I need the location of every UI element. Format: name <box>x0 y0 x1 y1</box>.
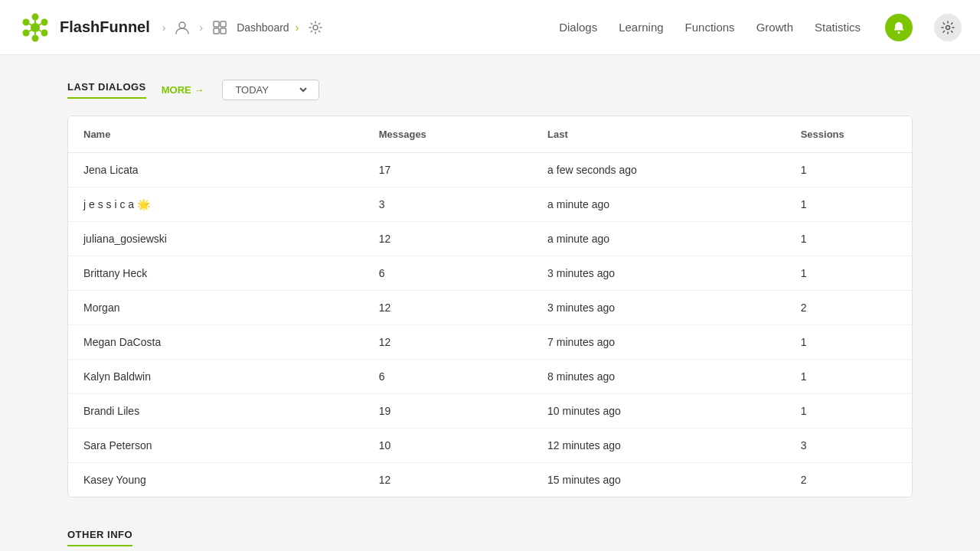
settings-icon <box>941 21 955 34</box>
table-row[interactable]: Kalyn Baldwin68 minutes ago1 <box>68 360 912 394</box>
cell-sessions: 2 <box>786 463 912 497</box>
breadcrumb-arrow-icon: › <box>296 21 299 34</box>
cell-sessions: 3 <box>786 429 912 463</box>
cell-messages: 12 <box>364 222 532 256</box>
breadcrumb-dashboard-label: Dashboard <box>237 21 289 34</box>
breadcrumb-gear-icon <box>305 17 326 38</box>
section-header: LAST DIALOGS MORE → TODAY YESTERDAY THIS… <box>67 80 913 100</box>
table-row[interactable]: juliana_gosiewski12a minute ago1 <box>68 222 912 256</box>
table-header-row: Name Messages Last Sessions <box>68 116 912 153</box>
cell-last: 3 minutes ago <box>532 256 786 291</box>
table-row[interactable]: Sara Peterson1012 minutes ago3 <box>68 429 912 463</box>
notification-icon <box>892 21 906 34</box>
cell-name: Brittany Heck <box>68 256 364 291</box>
svg-point-18 <box>313 25 318 30</box>
cell-sessions: 1 <box>786 256 912 291</box>
cell-name: Kasey Young <box>68 463 364 497</box>
svg-point-0 <box>31 23 40 32</box>
cell-name: Megan DaCosta <box>68 325 364 360</box>
svg-point-1 <box>32 13 39 20</box>
settings-button[interactable] <box>934 14 962 41</box>
other-info-title: OTHER INFO <box>67 529 132 546</box>
cell-last: 15 minutes ago <box>532 463 786 497</box>
svg-point-13 <box>179 22 185 28</box>
svg-point-19 <box>898 31 900 34</box>
cell-name: Jena Licata <box>68 153 364 187</box>
cell-last: 10 minutes ago <box>532 394 786 429</box>
nav-statistics[interactable]: Statistics <box>815 21 861 34</box>
breadcrumb-chevron2-icon: › <box>199 21 203 34</box>
nav-growth[interactable]: Growth <box>756 21 793 34</box>
person-icon <box>172 17 193 38</box>
cell-messages: 19 <box>364 394 532 429</box>
svg-point-6 <box>23 18 30 25</box>
table-row[interactable]: Morgan123 minutes ago2 <box>68 291 912 325</box>
svg-rect-14 <box>214 21 219 27</box>
cell-last: 8 minutes ago <box>532 360 786 394</box>
svg-rect-17 <box>220 28 226 34</box>
cell-messages: 17 <box>364 153 532 187</box>
svg-rect-16 <box>214 28 219 34</box>
svg-rect-15 <box>220 21 226 27</box>
logo-link[interactable]: FlashFunnel <box>18 11 150 44</box>
dialogs-table-container: Name Messages Last Sessions Jena Licata1… <box>67 116 913 497</box>
cell-name: juliana_gosiewski <box>68 222 364 256</box>
table-body: Jena Licata17a few seconds ago1j e s s i… <box>68 153 912 497</box>
nav-dialogs[interactable]: Dialogs <box>559 21 597 34</box>
cell-name: Sara Peterson <box>68 429 364 463</box>
svg-point-5 <box>23 29 30 36</box>
cell-messages: 3 <box>364 187 532 222</box>
cell-sessions: 1 <box>786 187 912 222</box>
svg-line-11 <box>29 30 32 31</box>
nav-functions[interactable]: Functions <box>685 21 735 34</box>
table-row[interactable]: Megan DaCosta127 minutes ago1 <box>68 325 912 360</box>
svg-line-9 <box>39 30 42 31</box>
today-filter[interactable]: TODAY YESTERDAY THIS WEEK THIS MONTH <box>222 80 319 100</box>
cell-name: Kalyn Baldwin <box>68 360 364 394</box>
svg-point-20 <box>946 25 950 29</box>
cell-messages: 6 <box>364 256 532 291</box>
cell-sessions: 1 <box>786 360 912 394</box>
logo-text: FlashFunnel <box>60 18 150 36</box>
cell-messages: 12 <box>364 291 532 325</box>
cell-sessions: 1 <box>786 153 912 187</box>
other-info-section: OTHER INFO <box>67 528 913 546</box>
breadcrumb: › › Dashboard › <box>162 17 327 38</box>
svg-line-12 <box>29 24 32 25</box>
cell-last: 3 minutes ago <box>532 291 786 325</box>
svg-line-8 <box>39 24 42 25</box>
cell-name: Morgan <box>68 291 364 325</box>
header: FlashFunnel › › Dashboard › Dialogs Lear… <box>0 0 980 55</box>
cell-messages: 6 <box>364 360 532 394</box>
grid-icon <box>209 17 230 38</box>
cell-last: a minute ago <box>532 187 786 222</box>
dialogs-table: Name Messages Last Sessions Jena Licata1… <box>68 116 912 497</box>
more-link[interactable]: MORE → <box>162 84 204 96</box>
cell-messages: 12 <box>364 325 532 360</box>
col-header-last: Last <box>532 116 786 153</box>
nav-learning[interactable]: Learning <box>619 21 663 34</box>
table-row[interactable]: Jena Licata17a few seconds ago1 <box>68 153 912 187</box>
cell-last: 12 minutes ago <box>532 429 786 463</box>
svg-point-2 <box>41 18 48 25</box>
filter-select[interactable]: TODAY YESTERDAY THIS WEEK THIS MONTH <box>232 83 309 96</box>
table-row[interactable]: j e s s i c a 🌟3a minute ago1 <box>68 187 912 222</box>
table-row[interactable]: Brittany Heck63 minutes ago1 <box>68 256 912 291</box>
section-title: LAST DIALOGS <box>67 81 146 99</box>
col-header-messages: Messages <box>364 116 532 153</box>
table-row[interactable]: Kasey Young1215 minutes ago2 <box>68 463 912 497</box>
cell-messages: 10 <box>364 429 532 463</box>
cell-sessions: 1 <box>786 394 912 429</box>
col-header-name: Name <box>68 116 364 153</box>
cell-last: a few seconds ago <box>532 153 786 187</box>
cell-sessions: 1 <box>786 222 912 256</box>
svg-point-4 <box>32 34 39 41</box>
table-row[interactable]: Brandi Liles1910 minutes ago1 <box>68 394 912 429</box>
page-content: LAST DIALOGS MORE → TODAY YESTERDAY THIS… <box>31 55 949 551</box>
cell-name: Brandi Liles <box>68 394 364 429</box>
logo-icon <box>18 11 52 44</box>
cell-messages: 12 <box>364 463 532 497</box>
cell-name: j e s s i c a 🌟 <box>68 187 364 222</box>
cell-last: 7 minutes ago <box>532 325 786 360</box>
notification-button[interactable] <box>885 14 913 41</box>
